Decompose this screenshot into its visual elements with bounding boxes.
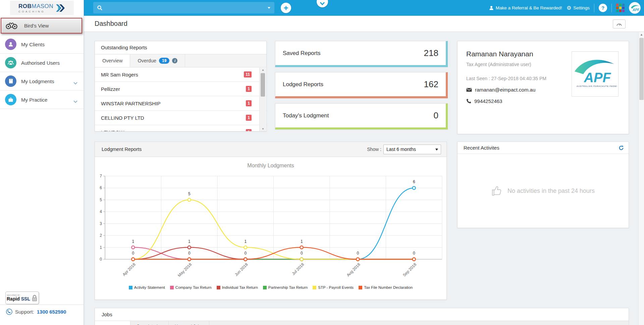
status-badge: 1 (246, 100, 252, 106)
padlock-icon (32, 294, 38, 302)
svg-text:APF: APF (584, 70, 611, 85)
svg-text:1: 1 (132, 239, 134, 244)
jobs-tab-2[interactable]: Completed Jobs (130, 321, 169, 325)
table-row[interactable]: CELLINO PTY LTD 1 (95, 111, 266, 125)
scrollbar-thumb[interactable] (261, 73, 265, 97)
tab-overview[interactable]: Overview (95, 54, 130, 67)
jobs-tab-1[interactable] (95, 321, 130, 325)
tab-overdue[interactable]: Overdue 19 i (130, 54, 185, 67)
info-icon[interactable]: i (172, 58, 177, 63)
svg-text:AUSTRALIAN PARACHUTE FEDERATIO: AUSTRALIAN PARACHUTE FEDERATION (577, 85, 617, 87)
table-row[interactable]: MR Sam Rogers 11 (95, 67, 266, 82)
svg-text:5: 5 (100, 198, 102, 202)
sidebar-item-birds-view[interactable]: Bird's View (1, 18, 82, 34)
chart-card-header: Lodgment Reports Show : Last 6 months (95, 142, 446, 157)
book-icon (5, 75, 16, 87)
jobs-tab-3[interactable]: Unsaved Jobs (169, 321, 209, 325)
app-root: ROBMASON COACHING (0, 0, 644, 325)
outstanding-list: MR Sam Rogers 11 Pellizzer 1 WINSTAR PAR… (95, 67, 266, 131)
scroll-up-icon[interactable]: ▲ (260, 68, 266, 72)
legend-item: Partnership Tax Return (263, 285, 308, 289)
scroll-up-icon[interactable]: ▲ (639, 32, 644, 37)
list-scrollbar[interactable]: ▲ ▼ (259, 68, 266, 131)
show-period-select[interactable]: Last 6 months (383, 145, 441, 154)
legend-swatch-icon (359, 286, 362, 289)
apps-grid-icon[interactable] (616, 4, 625, 12)
settings-button[interactable]: ⚙ Settings (567, 5, 590, 11)
page-scrollbar[interactable]: ▲ (638, 32, 644, 325)
scroll-down-icon[interactable]: ▼ (260, 127, 266, 131)
chart-card-title: Lodgment Reports (102, 147, 367, 152)
recent-activities-title: Recent Activites (464, 145, 619, 151)
svg-text:0: 0 (188, 251, 191, 256)
sidebar-item-label: My Lodgments (21, 78, 54, 84)
profile-email[interactable]: ramanan@eimpact.com.au (475, 87, 535, 93)
ssl-brand: Rapid SSL (7, 296, 30, 301)
stat-label: Saved Reports (283, 50, 320, 57)
stat-label: Today's Lodgment (283, 112, 329, 119)
chevron-down-icon (73, 98, 77, 104)
chart-legend: Activity StatementCompany Tax ReturnIndi… (95, 285, 446, 289)
rapid-ssl-badge[interactable]: SECURED BY Rapid SSL (5, 291, 39, 304)
scrollbar-thumb[interactable] (639, 38, 644, 100)
svg-text:Jun 2018: Jun 2018 (234, 262, 249, 277)
table-row[interactable]: Pellizzer 1 (95, 82, 266, 96)
sidebar-divider (0, 305, 84, 305)
page-header: Dashboard (84, 16, 644, 32)
search-dropdown-caret[interactable] (268, 7, 270, 9)
sidebar-item-my-practice[interactable]: My Practice (0, 91, 84, 109)
legend-item: Activity Statement (129, 285, 165, 289)
person-icon (489, 5, 494, 10)
sidebar-nav: Bird's View My Clients Authorised (0, 17, 84, 109)
support-phone[interactable]: 1300 652590 (37, 309, 66, 315)
lodged-reports-card[interactable]: Lodged Reports 162 (275, 72, 448, 98)
table-row[interactable]: WINSTAR PARTNERSHIP 1 (95, 96, 266, 111)
svg-text:0: 0 (244, 251, 247, 256)
global-search[interactable] (93, 2, 274, 13)
add-new-button[interactable]: + (281, 3, 291, 13)
table-row[interactable]: LEWROW 1 (95, 125, 266, 131)
chevron-down-icon (73, 80, 77, 86)
svg-text:Aug 2018: Aug 2018 (346, 262, 361, 277)
owl-icon (5, 21, 19, 30)
sidebar-item-label: Authorised Users (21, 60, 60, 66)
svg-text:0: 0 (301, 251, 303, 256)
saved-reports-card[interactable]: Saved Reports 218 (275, 41, 448, 67)
svg-text:2: 2 (100, 233, 102, 238)
status-badge: 1 (246, 115, 252, 121)
svg-text:APF: APF (632, 8, 640, 12)
monthly-lodgments-chart: 01234567010150101060Apr 2018May 2018Jun … (95, 174, 447, 284)
dashboard-settings-button[interactable] (613, 19, 626, 29)
svg-text:3: 3 (100, 221, 102, 226)
outstanding-reports-title: Outstanding Reports (95, 41, 266, 54)
svg-text:0: 0 (413, 251, 415, 256)
svg-text:1: 1 (301, 239, 303, 244)
recent-activities-body: No activities in the past 24 hours (458, 154, 629, 228)
overdue-count-badge: 19 (159, 58, 169, 64)
practice-logo[interactable]: APF (629, 2, 641, 14)
sidebar-item-my-clients[interactable]: My Clients (0, 35, 84, 54)
help-icon[interactable]: ? (599, 4, 607, 12)
phone-icon (466, 99, 471, 104)
brand-logo[interactable]: ROBMASON COACHING (10, 1, 74, 15)
topbar-divider (594, 4, 594, 12)
gauge-icon (616, 22, 622, 26)
sidebar-item-authorised-users[interactable]: Authorised Users (0, 54, 84, 72)
svg-text:0: 0 (132, 251, 134, 256)
sidebar: ROBMASON COACHING (0, 0, 84, 325)
svg-text:Sep 2018: Sep 2018 (402, 262, 417, 277)
topbar: + Make a Referral & Be Rewarded! ⚙ Setti… (84, 0, 644, 16)
profile-phone-row: 9944252463 (466, 98, 629, 104)
sidebar-item-my-lodgments[interactable]: My Lodgments (0, 72, 84, 91)
brand-name: ROBMASON (18, 3, 53, 10)
collapse-topbar-button[interactable] (317, 0, 328, 7)
page-title: Dashboard (95, 20, 127, 28)
legend-item: Tax File Number Declaration (359, 285, 413, 289)
referral-link[interactable]: Make a Referral & Be Rewarded! (489, 5, 562, 10)
stat-label: Lodged Reports (283, 81, 323, 88)
gear-icon: ⚙ (567, 5, 571, 11)
todays-lodgment-card[interactable]: Today's Lodgment 0 (275, 103, 448, 129)
search-input[interactable] (103, 5, 274, 10)
refresh-icon[interactable] (619, 145, 624, 151)
apf-logo: APF AUSTRALIAN PARACHUTE FEDERATION (572, 51, 619, 97)
